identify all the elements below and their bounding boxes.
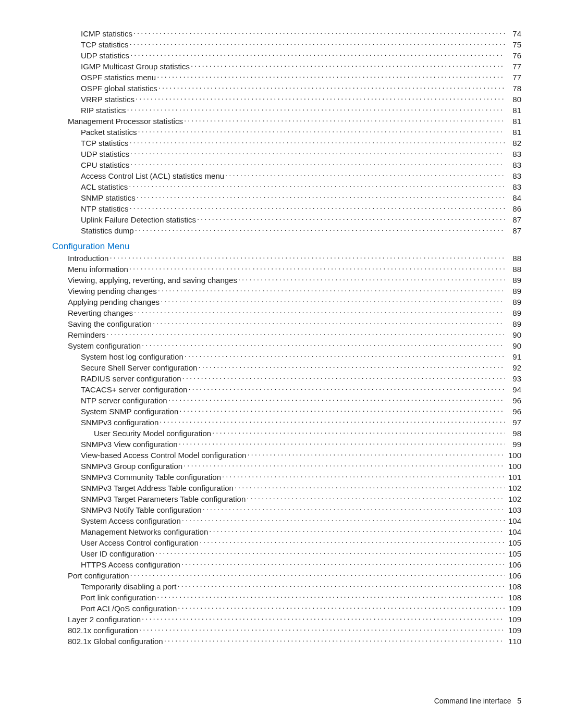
toc-entry[interactable]: Secure Shell Server configuration92 xyxy=(52,362,521,373)
toc-entry-page: 88 xyxy=(506,264,521,275)
toc-entry[interactable]: Viewing pending changes89 xyxy=(52,286,521,297)
toc-entry[interactable]: CPU statistics83 xyxy=(52,159,521,170)
toc-entry[interactable]: Viewing, applying, reverting, and saving… xyxy=(52,275,521,286)
toc-entry[interactable]: OSPF statistics menu77 xyxy=(52,72,521,83)
toc-entry-label: NTP statistics xyxy=(81,203,128,214)
toc-entry-page: 82 xyxy=(506,138,521,149)
toc-leader-dots xyxy=(158,286,505,294)
toc-entry[interactable]: IGMP Multicast Group statistics77 xyxy=(52,61,521,72)
toc-leader-dots xyxy=(164,636,505,644)
toc-entry-page: 96 xyxy=(506,406,521,417)
section-heading-configuration-menu[interactable]: Configuration Menu xyxy=(52,241,521,252)
toc-entry[interactable]: SNMPv3 configuration97 xyxy=(52,417,521,428)
toc-entry[interactable]: ACL statistics83 xyxy=(52,181,521,192)
toc-entry[interactable]: Port link configuration108 xyxy=(52,592,521,603)
toc-entry-label: SNMPv3 Community Table configuration xyxy=(81,472,221,483)
toc-entry[interactable]: Reminders90 xyxy=(52,329,521,340)
toc-leader-dots xyxy=(182,374,505,381)
toc-leader-dots xyxy=(130,160,505,168)
toc-entry[interactable]: SNMPv3 Notify Table configuration103 xyxy=(52,504,521,515)
toc-entry[interactable]: HTTPS Access configuration106 xyxy=(52,559,521,570)
toc-entry[interactable]: Access Control List (ACL) statistics men… xyxy=(52,170,521,181)
toc-entry-label: 802.1x Global configuration xyxy=(68,636,163,647)
toc-entry[interactable]: SNMPv3 Group configuration100 xyxy=(52,461,521,472)
toc-entry[interactable]: VRRP statistics80 xyxy=(52,94,521,105)
toc-entry-label: System host log configuration xyxy=(81,351,183,362)
toc-entry[interactable]: UDP statistics76 xyxy=(52,50,521,61)
toc-entry[interactable]: Management Processor statistics81 xyxy=(52,116,521,127)
toc-entry[interactable]: System SNMP configuration96 xyxy=(52,406,521,417)
toc-entry[interactable]: Packet statistics81 xyxy=(52,127,521,138)
toc-entry[interactable]: Applying pending changes89 xyxy=(52,297,521,307)
toc-entry-page: 83 xyxy=(506,181,521,192)
toc-entry[interactable]: Port ACL/QoS configuration109 xyxy=(52,603,521,614)
toc-entry[interactable]: TACACS+ server configuration94 xyxy=(52,384,521,395)
toc-entry-page: 109 xyxy=(506,603,521,614)
toc-entry-page: 80 xyxy=(506,94,521,105)
toc-entry[interactable]: System Access configuration104 xyxy=(52,515,521,526)
toc-leader-dots xyxy=(129,182,505,190)
toc-entry[interactable]: Reverting changes89 xyxy=(52,307,521,318)
toc-entry-page: 102 xyxy=(506,483,521,493)
toc-entry-page: 75 xyxy=(506,39,521,50)
toc-entry[interactable]: SNMPv3 Target Address Table configuratio… xyxy=(52,483,521,493)
toc-entry[interactable]: 802.1x configuration109 xyxy=(52,625,521,636)
toc-entry-page: 105 xyxy=(506,548,521,559)
toc-entry-label: Port configuration xyxy=(68,570,129,581)
toc-entry-label: Uplink Failure Detection statistics xyxy=(81,214,196,225)
toc-entry-page: 83 xyxy=(506,149,521,159)
toc-entry[interactable]: SNMPv3 Target Parameters Table configura… xyxy=(52,493,521,504)
toc-entry[interactable]: User Access Control configuration105 xyxy=(52,537,521,548)
toc-leader-dots xyxy=(161,297,505,305)
toc-entry-page: 105 xyxy=(506,537,521,548)
toc-entry[interactable]: NTP server configuration96 xyxy=(52,395,521,406)
toc-leader-dots xyxy=(177,582,505,589)
toc-leader-dots xyxy=(130,571,505,578)
toc-entry[interactable]: Layer 2 configuration109 xyxy=(52,614,521,625)
toc-leader-dots xyxy=(137,193,505,201)
toc-entry-page: 90 xyxy=(506,340,521,351)
toc-entry-label: TCP statistics xyxy=(81,39,128,50)
toc-leader-dots xyxy=(129,40,505,47)
toc-leader-dots xyxy=(209,527,505,535)
toc-entry-label: OSPF global statistics xyxy=(81,83,157,94)
toc-entry[interactable]: SNMPv3 View configuration99 xyxy=(52,439,521,450)
toc-leader-dots xyxy=(109,253,505,261)
toc-entry[interactable]: Menu information88 xyxy=(52,264,521,275)
toc-entry-label: Packet statistics xyxy=(81,127,137,138)
toc-entry[interactable]: TCP statistics82 xyxy=(52,138,521,149)
toc-entry[interactable]: View-based Access Control Model configur… xyxy=(52,450,521,461)
toc-entry[interactable]: Introduction88 xyxy=(52,253,521,264)
toc-entry-page: 81 xyxy=(506,116,521,127)
toc-entry[interactable]: TCP statistics75 xyxy=(52,39,521,50)
toc-entry-label: Management Networks configuration xyxy=(81,526,208,537)
toc-entry-page: 89 xyxy=(506,318,521,329)
toc-entry[interactable]: UDP statistics83 xyxy=(52,149,521,159)
toc-leader-dots xyxy=(200,538,505,546)
toc-leader-dots xyxy=(157,593,505,600)
toc-entry[interactable]: User ID configuration105 xyxy=(52,548,521,559)
toc-entry[interactable]: Port configuration106 xyxy=(52,570,521,581)
toc-entry[interactable]: SNMP statistics84 xyxy=(52,192,521,203)
toc-entry[interactable]: Management Networks configuration104 xyxy=(52,526,521,537)
toc-entry-page: 108 xyxy=(506,581,521,592)
toc-entry[interactable]: RIP statistics81 xyxy=(52,105,521,116)
toc-entry[interactable]: System configuration90 xyxy=(52,340,521,351)
toc-entry[interactable]: Statistics dump87 xyxy=(52,225,521,236)
toc-entry[interactable]: Temporarily disabling a port108 xyxy=(52,581,521,592)
toc-entry[interactable]: NTP statistics86 xyxy=(52,203,521,214)
toc-entry[interactable]: SNMPv3 Community Table configuration101 xyxy=(52,472,521,483)
toc-entry[interactable]: OSPF global statistics78 xyxy=(52,83,521,94)
toc-entry[interactable]: ICMP statistics74 xyxy=(52,28,521,39)
toc-entry[interactable]: 802.1x Global configuration110 xyxy=(52,636,521,647)
toc-leader-dots xyxy=(197,215,505,223)
toc-entry-page: 89 xyxy=(506,275,521,286)
toc-entry-label: Applying pending changes xyxy=(68,297,160,307)
toc-entry[interactable]: User Security Model configuration98 xyxy=(52,428,521,439)
toc-entry[interactable]: RADIUS server configuration93 xyxy=(52,373,521,384)
toc-entry[interactable]: System host log configuration91 xyxy=(52,351,521,362)
toc-entry-label: Viewing, applying, reverting, and saving… xyxy=(68,275,237,286)
toc-entry[interactable]: Saving the configuration89 xyxy=(52,318,521,329)
toc-leader-dots xyxy=(134,308,505,316)
toc-entry[interactable]: Uplink Failure Detection statistics87 xyxy=(52,214,521,225)
